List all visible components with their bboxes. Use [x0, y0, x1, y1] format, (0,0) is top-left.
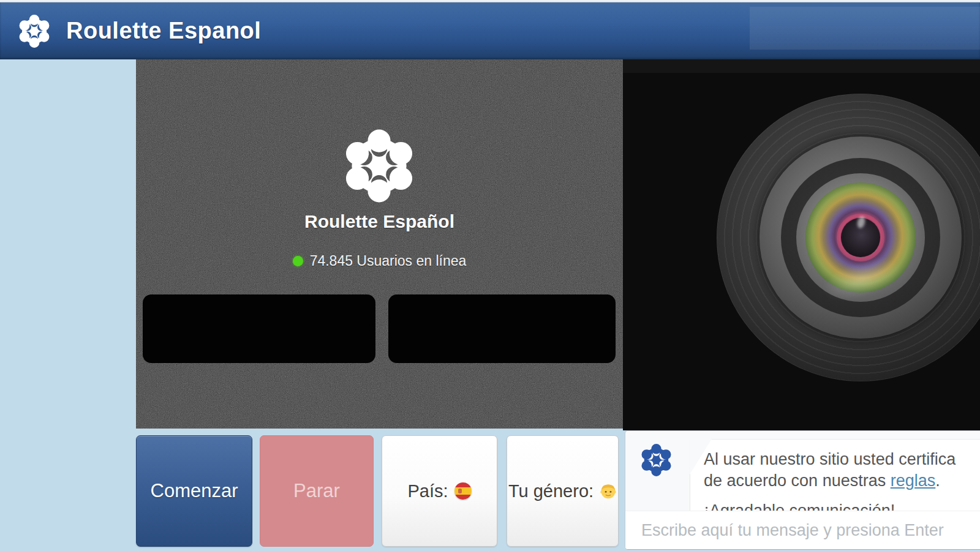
- lens-shade: [623, 59, 980, 73]
- start-button[interactable]: Comenzar: [136, 435, 252, 547]
- brand-logo-icon: [17, 14, 51, 48]
- rules-link[interactable]: reglas: [891, 471, 936, 490]
- chat-message-input[interactable]: [640, 520, 980, 541]
- online-count-label: 74.845 Usuarios en línea: [310, 253, 467, 269]
- chat-message-line2-text: de acuerdo con nuestras: [704, 471, 891, 490]
- chat-message-line2-period: .: [935, 471, 940, 490]
- brand-logo-icon-large: [341, 128, 417, 204]
- app-window: Roulette Espanol Roulette Español 74.845…: [0, 0, 980, 551]
- country-label: País:: [407, 481, 448, 501]
- start-button-label: Comenzar: [151, 480, 238, 502]
- spain-flag-icon: [454, 482, 472, 500]
- chat-input-area: [625, 511, 980, 549]
- local-video-panel: Roulette Español 74.845 Usuarios en líne…: [136, 59, 623, 429]
- gender-select-button[interactable]: Tu género:: [507, 435, 619, 547]
- online-status-row: 74.845 Usuarios en línea: [136, 253, 623, 269]
- chat-brand-logo-icon: [639, 443, 673, 477]
- site-title: Roulette Espanol: [66, 2, 261, 59]
- video-placeholder-1: [143, 294, 375, 363]
- video-placeholder-2: [388, 294, 616, 363]
- stop-button[interactable]: Parar: [260, 435, 374, 547]
- gender-label: Tu género:: [508, 481, 594, 501]
- remote-video-panel: [623, 59, 980, 430]
- header-highlight-box: [750, 7, 980, 50]
- chat-message-line3: ¡Agradable comunicación!: [704, 500, 980, 511]
- stage-brand-title: Roulette Español: [136, 211, 623, 232]
- chat-panel: Al usar nuestro sitio usted certifica de…: [625, 430, 980, 550]
- chat-message-area: Al usar nuestro sitio usted certifica de…: [625, 431, 980, 511]
- stop-button-label: Parar: [293, 480, 340, 502]
- boy-face-icon: [600, 482, 617, 500]
- chat-message-line1: Al usar nuestro sitio usted certifica: [704, 449, 980, 470]
- country-select-button[interactable]: País:: [382, 435, 497, 547]
- chat-message-line2: de acuerdo con nuestras reglas.: [704, 470, 980, 492]
- system-message-bubble: Al usar nuestro sitio usted certifica de…: [690, 439, 980, 511]
- static-noise-texture: [136, 59, 623, 429]
- header-bar: Roulette Espanol: [0, 2, 980, 59]
- online-dot-icon: [293, 256, 303, 266]
